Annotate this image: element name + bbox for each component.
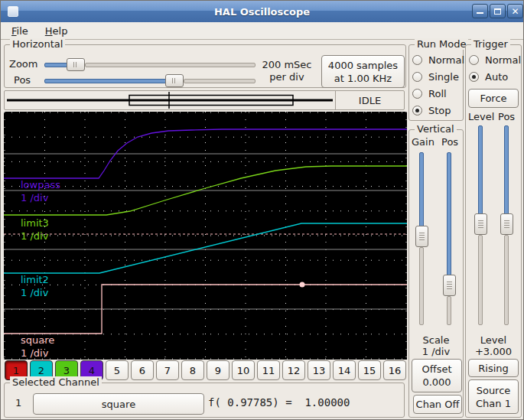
grip-icon	[478, 220, 483, 228]
close-button[interactable]: ✕	[507, 4, 523, 18]
capture-status: IDLE	[335, 91, 404, 109]
radio-normal[interactable]: Normal	[469, 51, 521, 68]
radio-icon	[412, 55, 422, 65]
radio-label: Single	[428, 71, 459, 83]
radio-normal[interactable]: Normal	[412, 51, 464, 68]
minimize-icon	[477, 12, 483, 14]
radio-icon	[412, 72, 422, 82]
horizontal-legend: Horizontal	[10, 38, 65, 50]
scope-background	[4, 112, 407, 360]
vertical-offset-button[interactable]: Offset 0.000	[412, 359, 462, 392]
grip-icon	[447, 282, 452, 289]
trigger-level-handle[interactable]	[474, 213, 487, 235]
channel-button-14[interactable]: 14	[333, 360, 356, 380]
grip-icon	[504, 220, 509, 228]
record-strip: IDLE	[4, 90, 405, 110]
pos-slider-handle[interactable]	[165, 74, 184, 87]
run-mode-options: NormalSingleRollStop	[412, 51, 464, 119]
trigger-source-line1: Source	[477, 384, 511, 397]
trigger-readout-value: +3.000	[465, 346, 522, 357]
radio-icon	[469, 55, 479, 65]
channel-button-12[interactable]: 12	[282, 360, 305, 380]
channel-button-5[interactable]: 5	[106, 360, 129, 380]
time-per-div-line2: per div	[256, 71, 317, 83]
time-per-div-line1: 200 mSec	[256, 59, 317, 71]
channel-button-11[interactable]: 11	[257, 360, 280, 380]
samples-line1: 4000 samples	[328, 59, 398, 72]
function-readout: f( 0.97785) = 1.00000	[208, 396, 350, 409]
radio-stop[interactable]: Stop	[412, 102, 464, 119]
vertical-pos-slider-label: Pos	[441, 136, 458, 148]
trigger-source-line2: Chan 1	[476, 397, 511, 410]
zoom-slider-fill	[44, 63, 68, 67]
pos-slider-label: Pos	[14, 74, 31, 86]
samples-button[interactable]: 4000 samples at 1.00 KHz	[321, 55, 405, 88]
menu-file[interactable]: File	[5, 24, 34, 38]
selected-channel-frame: Selected Channel 1 square f( 0.97785) = …	[4, 383, 405, 418]
minimize-button[interactable]	[472, 4, 488, 18]
zoom-slider-track	[85, 63, 255, 67]
radio-auto[interactable]: Auto	[469, 68, 521, 85]
trace-scale-lowpass: 1 /div	[21, 192, 49, 203]
trace-scale-limit2: 1 /div	[21, 287, 49, 298]
slider-track	[447, 296, 451, 325]
offset-line1: Offset	[421, 363, 451, 376]
radio-label: Normal	[485, 54, 521, 66]
pos-slider-fill	[44, 79, 167, 83]
channel-button-6[interactable]: 6	[131, 360, 154, 380]
trigger-point-marker	[300, 282, 305, 288]
window-title: HAL Oscilloscope	[1, 6, 523, 18]
vertical-gain-slider-label: Gain	[412, 136, 434, 148]
trigger-level-slider[interactable]	[474, 125, 487, 325]
trigger-pos-handle[interactable]	[500, 213, 513, 235]
channel-button-15[interactable]: 15	[358, 360, 381, 380]
maximize-button[interactable]	[490, 4, 506, 18]
radio-label: Normal	[428, 54, 464, 66]
channel-button-13[interactable]: 13	[308, 360, 330, 380]
samples-line2: at 1.00 KHz	[334, 72, 392, 85]
channel-button-9[interactable]: 9	[207, 360, 229, 380]
zoom-slider-handle[interactable]	[67, 58, 85, 71]
trigger-options: NormalAuto	[469, 51, 521, 85]
trigger-source-button[interactable]: Source Chan 1	[468, 379, 519, 414]
channel-source-button[interactable]: square	[33, 393, 204, 415]
grip-icon	[419, 233, 425, 240]
radio-label: Stop	[428, 105, 451, 116]
titlebar: HAL Oscilloscope ✕	[1, 1, 523, 22]
time-per-div-readout: 200 mSec per div	[256, 59, 317, 83]
horizontal-zoom-slider[interactable]	[44, 58, 255, 71]
slider-fill	[504, 125, 509, 215]
vertical-legend: Vertical	[415, 123, 457, 135]
horizontal-pos-slider[interactable]	[44, 74, 255, 87]
menu-help[interactable]: Help	[39, 24, 74, 38]
radio-label: Auto	[485, 71, 508, 83]
vertical-gain-slider[interactable]	[415, 152, 428, 325]
maximize-icon	[494, 8, 501, 15]
vertical-pos-handle[interactable]	[443, 275, 456, 296]
trace-name-limit3: limit3	[21, 217, 49, 229]
channel-button-7[interactable]: 7	[156, 360, 179, 380]
trigger-pos-slider-label: Pos	[498, 111, 515, 122]
scope-display[interactable]: lowpass1 /divlimit31 /divlimit21 /divsqu…	[4, 112, 407, 360]
trace-name-lowpass: lowpass	[21, 179, 60, 190]
vertical-gain-handle[interactable]	[415, 226, 428, 247]
trigger-edge-button[interactable]: Rising	[468, 359, 519, 377]
trigger-pos-slider[interactable]	[500, 125, 513, 325]
slider-track	[419, 247, 424, 325]
vertical-pos-slider[interactable]	[443, 152, 456, 325]
channel-button-16[interactable]: 16	[383, 360, 406, 380]
grip-icon	[172, 78, 177, 83]
radio-icon	[469, 72, 479, 82]
trigger-level-slider-label: Level	[468, 111, 494, 122]
pos-slider-track	[184, 79, 255, 83]
trigger-force-button[interactable]: Force	[468, 89, 519, 108]
chan-off-button[interactable]: Chan Off	[413, 395, 462, 414]
radio-single[interactable]: Single	[412, 68, 464, 85]
channel-button-8[interactable]: 8	[181, 360, 204, 380]
run-mode-legend: Run Mode	[415, 38, 468, 50]
radio-roll[interactable]: Roll	[412, 85, 464, 102]
selected-channel-legend: Selected Channel	[10, 376, 102, 388]
channel-button-10[interactable]: 10	[232, 360, 255, 380]
slider-track	[504, 235, 509, 325]
radio-icon	[412, 106, 422, 116]
